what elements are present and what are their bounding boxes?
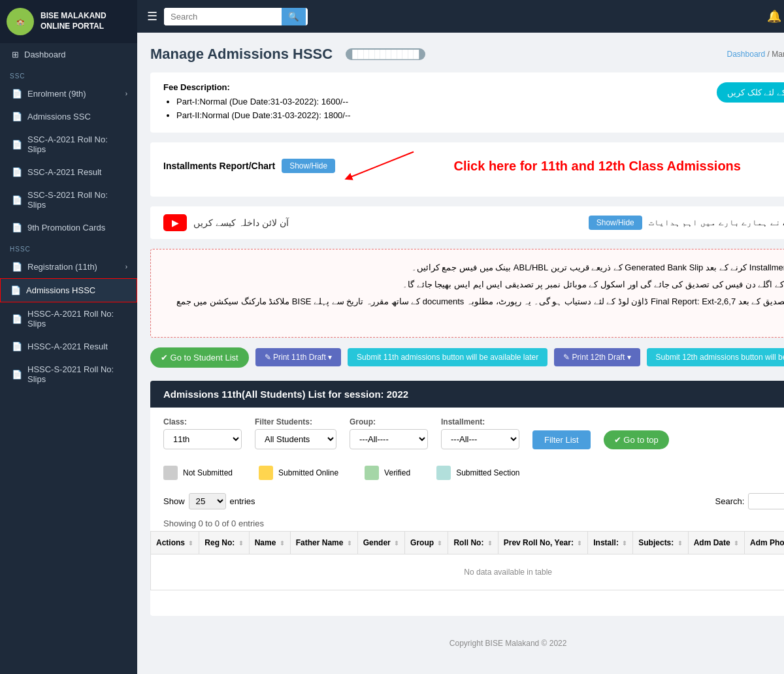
urdu-video-text: آن لائن داخلہ کیسے کریں bbox=[193, 217, 289, 228]
urdu-instructions-button[interactable]: ضروری ہدایات کے لئے کلک کریں bbox=[717, 82, 784, 103]
video-left: ▶ آن لائن داخلہ کیسے کریں bbox=[163, 214, 289, 231]
sidebar-item-ssc-s-roll[interactable]: 📄 SSC-S-2021 Roll No: Slips bbox=[0, 184, 137, 216]
nav-section-hssc: HSSC bbox=[0, 239, 137, 255]
file-icon: 📄 bbox=[12, 140, 22, 150]
filters: Class: 11th 12th Filter Students: All St… bbox=[150, 408, 784, 459]
submitted-section-swatch bbox=[436, 466, 451, 480]
filter-students-group: Filter Students: All Students Submitted … bbox=[255, 417, 336, 449]
col-subjects: Subjects: ⇕ bbox=[633, 531, 688, 554]
sidebar-item-dashboard[interactable]: ⊞ Dashboard bbox=[0, 43, 137, 66]
file-icon: 📄 bbox=[10, 285, 21, 295]
content-area: Manage Admissions HSSC ████████████ Dash… bbox=[137, 33, 784, 674]
sidebar-logo: 🏫 BISE MALAKAND ONLINE PORTAL bbox=[0, 0, 137, 43]
group-filter-group: Group: ---All---- Science Arts bbox=[350, 417, 428, 449]
filter-students-label: Filter Students: bbox=[255, 417, 336, 426]
search-input[interactable] bbox=[164, 8, 282, 25]
submit-11th-button[interactable]: Submit 11th admissions button will be av… bbox=[348, 348, 547, 366]
table-search-control: Search: bbox=[715, 493, 784, 509]
list-header: Admissions 11th(All Students) List for s… bbox=[150, 381, 784, 408]
sidebar-item-admissions-hssc[interactable]: 📄 Admissions HSSC bbox=[0, 278, 137, 302]
submitted-online-label: Submitted Online bbox=[278, 468, 338, 477]
video-show-hide-button[interactable]: Show/Hide bbox=[589, 216, 642, 230]
col-actions: Actions ⇕ bbox=[151, 531, 199, 554]
sidebar-item-ssc-a-result[interactable]: 📄 SSC-A-2021 Result bbox=[0, 161, 137, 184]
installment-section: Installments Report/Chart Show/Hide Clic… bbox=[150, 142, 784, 197]
installment-select[interactable]: ---All--- Part-I Part-II bbox=[441, 429, 519, 449]
info-line-2: .2 فیس جمع کرانے کے اگلے دن فیس کی تصدیق… bbox=[164, 276, 784, 293]
sidebar-item-enrolment[interactable]: 📄 Enrolment (9th) › bbox=[0, 82, 137, 105]
col-adm-photo: Adm Photo ⇕ bbox=[744, 531, 784, 554]
file-icon: 📄 bbox=[12, 89, 22, 99]
main-content: ☰ 🔍 🔔 User Name Manage Admissions HSSC █… bbox=[137, 0, 784, 674]
file-icon: 📄 bbox=[12, 112, 22, 121]
verified-swatch bbox=[365, 466, 379, 480]
info-line-1: .1 Installment online submit کرنے کے بعد… bbox=[164, 259, 784, 276]
entries-select[interactable]: 25 50 100 bbox=[189, 493, 226, 509]
not-submitted-swatch bbox=[163, 466, 178, 480]
submit-12th-button[interactable]: Submit 12th admissions button will be av… bbox=[647, 348, 784, 366]
sidebar-item-hssc-s-roll[interactable]: 📄 HSSC-S-2021 Roll No: Slips bbox=[0, 358, 137, 391]
sidebar-item-hssc-a-result[interactable]: 📄 HSSC-A-2021 Result bbox=[0, 335, 137, 358]
youtube-icon[interactable]: ▶ bbox=[163, 214, 187, 231]
group-select[interactable]: ---All---- Science Arts bbox=[350, 429, 428, 449]
print-12th-draft-button[interactable]: ✎ Print 12th Draft ▾ bbox=[554, 348, 640, 366]
file-icon: 📄 bbox=[12, 167, 22, 177]
installment-show-hide-button[interactable]: Show/Hide bbox=[282, 159, 335, 173]
no-data-row: No data available in table bbox=[151, 554, 785, 590]
show-prefix: Show bbox=[163, 496, 185, 506]
legend-submitted-online: Submitted Online bbox=[259, 466, 338, 480]
col-adm-date: Adm Date ⇕ bbox=[688, 531, 744, 554]
col-father-name: Father Name ⇕ bbox=[290, 531, 357, 554]
installment-label: Installments Report/Chart bbox=[163, 161, 275, 171]
hamburger-button[interactable]: ☰ bbox=[147, 9, 157, 24]
fee-description: Fee Description: Part-I:Normal (Due Date… bbox=[163, 82, 351, 123]
submitted-online-swatch bbox=[259, 466, 273, 480]
info-line-3: .3 داخلہ فیس کی تصدیق کے بعد Final Repor… bbox=[164, 293, 784, 327]
file-icon: 📄 bbox=[12, 195, 22, 205]
table-search-input[interactable] bbox=[748, 493, 784, 509]
col-roll-no: Roll No: ⇕ bbox=[448, 531, 498, 554]
breadcrumb-current: Manage Admissions HSSC bbox=[772, 50, 784, 59]
installment-header: Installments Report/Chart Show/Hide Clic… bbox=[163, 152, 784, 180]
topbar-right: 🔔 User Name bbox=[767, 7, 784, 26]
fee-section: Fee Description: Part-I:Normal (Due Date… bbox=[150, 72, 784, 133]
legend-not-submitted: Not Submitted bbox=[163, 466, 233, 480]
show-entries: Show 25 50 100 entries bbox=[163, 493, 255, 509]
file-icon: 📄 bbox=[12, 223, 22, 233]
video-section: ▶ آن لائن داخلہ کیسے کریں Show/Hide Admi… bbox=[150, 206, 784, 239]
installment-filter-label: Installment: bbox=[441, 417, 519, 426]
sidebar-nav: ⊞ Dashboard SSC 📄 Enrolment (9th) › 📄 Ad… bbox=[0, 43, 137, 674]
sidebar-item-registration[interactable]: 📄 Registration (11th) › bbox=[0, 255, 137, 278]
filter-students-select[interactable]: All Students Submitted Not Submitted bbox=[255, 429, 336, 449]
installment-filter-group: Installment: ---All--- Part-I Part-II bbox=[441, 417, 519, 449]
col-reg-no: Reg No: ⇕ bbox=[199, 531, 249, 554]
sidebar-item-ssc-a-roll[interactable]: 📄 SSC-A-2021 Roll No: Slips bbox=[0, 128, 137, 161]
go-to-student-list-button[interactable]: ✔ Go to Student List bbox=[150, 347, 249, 368]
footer: Copyright BISE Malakand © 2022 bbox=[150, 629, 784, 658]
go-to-top-button[interactable]: ✔ Go to top bbox=[604, 430, 669, 449]
action-buttons: ✔ Go to Student List ✎ Print 11th Draft … bbox=[150, 347, 784, 368]
class-label: Class: bbox=[163, 417, 242, 426]
sidebar-item-9th-promotion[interactable]: 📄 9th Promotion Cards bbox=[0, 216, 137, 239]
col-group: Group ⇕ bbox=[405, 531, 448, 554]
topbar: ☰ 🔍 🔔 User Name bbox=[137, 0, 784, 33]
search-button[interactable]: 🔍 bbox=[282, 8, 306, 25]
sidebar-item-hssc-a-roll[interactable]: 📄 HSSC-A-2021 Roll No: Slips bbox=[0, 302, 137, 335]
filter-list-button[interactable]: Filter List bbox=[532, 430, 591, 449]
fee-item-1: Part-I:Normal (Due Date:31-03-2022): 160… bbox=[176, 95, 351, 109]
col-gender: Gender ⇕ bbox=[357, 531, 404, 554]
legend-submitted-section: Submitted Section bbox=[436, 466, 519, 480]
verified-label: Verified bbox=[384, 468, 410, 477]
grid-icon: ⊞ bbox=[12, 50, 19, 59]
video-right: Show/Hide Admission System نے ہمارے بارے… bbox=[589, 216, 784, 230]
bell-icon[interactable]: 🔔 bbox=[767, 9, 781, 24]
class-select[interactable]: 11th 12th bbox=[163, 429, 242, 449]
chevron-right-icon: › bbox=[125, 90, 127, 97]
sidebar-item-admissions-ssc[interactable]: 📄 Admissions SSC bbox=[0, 105, 137, 128]
pagination-controls: Previous Next bbox=[150, 590, 784, 616]
copyright-text: Copyright BISE Malakand © 2022 bbox=[449, 639, 567, 648]
nav-section-ssc: SSC bbox=[0, 66, 137, 82]
breadcrumb-dashboard[interactable]: Dashboard bbox=[727, 50, 766, 59]
print-11th-draft-button[interactable]: ✎ Print 11th Draft ▾ bbox=[255, 348, 341, 366]
search-label: Search: bbox=[715, 496, 745, 506]
